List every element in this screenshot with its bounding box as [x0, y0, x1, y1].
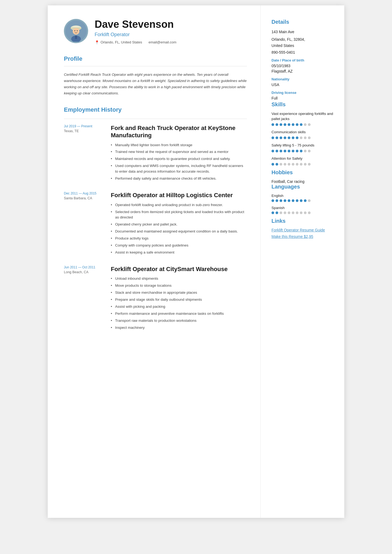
dot-empty: [308, 199, 311, 202]
emp-content-3: Forklift Operator at CitySmart Warehouse…: [111, 265, 247, 332]
nationality-value: USA: [271, 83, 335, 87]
address-line2-text: Orlando, FL, 32804,: [271, 37, 305, 42]
emp-role-1: Fork and Reach Truck Operator at KeySton…: [111, 124, 247, 139]
links-list: Forklift Operator Resume GuideMake this …: [271, 228, 335, 239]
job-title: Forklift Operator: [95, 32, 247, 37]
dot-filled: [276, 211, 278, 214]
language-dots: [271, 199, 335, 202]
dot-filled: [280, 150, 282, 152]
language-dots: [271, 211, 335, 214]
dot-filled: [284, 123, 286, 126]
language-item-1: Spanish: [271, 206, 335, 214]
dot-empty: [288, 163, 290, 166]
bullet-item: Move products to storage locations: [111, 283, 247, 289]
language-item-0: English: [271, 194, 335, 202]
sidebar: Details 143 Main Ave Orlando, FL, 32804,…: [261, 5, 344, 518]
employment-entry-1: Jul 2019 — Present Texas, TE Fork and Re…: [64, 124, 247, 183]
links-section: Links Forklift Operator Resume GuideMake…: [271, 218, 335, 239]
dot-empty: [304, 211, 307, 214]
dob-value: 05/10/1983: [271, 64, 335, 68]
location-text: Orlando, FL, United States: [101, 40, 142, 44]
emp-dates-3: Jun 2011 — Oct 2011: [64, 265, 104, 269]
bullet-item: Trained new hired at the request of supe…: [111, 149, 247, 155]
dot-empty: [284, 211, 286, 214]
hobbies-section: Hobbies Football, Car racing: [271, 169, 335, 184]
emp-role-3: Forklift Operator at CitySmart Warehouse: [111, 265, 247, 273]
dot-filled: [276, 136, 278, 139]
languages-list: EnglishSpanish: [271, 194, 335, 214]
employment-entry-3: Jun 2011 — Oct 2011 Long Beach, CA Forkl…: [64, 265, 247, 332]
bullet-item: Maintained records and reports to guaran…: [111, 156, 247, 162]
link-item-0[interactable]: Forklift Operator Resume Guide: [271, 228, 335, 232]
location-item: 📍 Orlando, FL, United States: [95, 40, 142, 45]
dot-filled: [271, 123, 274, 126]
skill-name: Communication skills: [271, 130, 335, 135]
dot-empty: [308, 211, 311, 214]
phone-number: 890-555-0401: [271, 50, 335, 54]
address-line1: 143 Main Ave: [271, 29, 335, 35]
language-name: English: [271, 194, 335, 198]
dot-empty: [296, 211, 298, 214]
resume-container: Dave Stevenson Forklift Operator 📍 Orlan…: [48, 5, 344, 518]
avatar: [64, 19, 88, 43]
emp-content-2: Forklift Operator at Hilltop Logistics C…: [111, 191, 247, 257]
employment-section: Employment History Jul 2019 — Present Te…: [64, 106, 247, 332]
dot-filled: [296, 199, 298, 202]
hobbies-title: Hobbies: [271, 169, 335, 176]
dot-empty: [300, 211, 302, 214]
dot-filled: [296, 150, 298, 152]
dot-empty: [304, 163, 307, 166]
languages-section: Languages EnglishSpanish: [271, 184, 335, 214]
skill-dots: [271, 163, 335, 166]
profile-title: Profile: [64, 55, 247, 62]
address-line2: Orlando, FL, 32804, United States: [271, 36, 335, 49]
dot-empty: [280, 211, 282, 214]
skill-dots: [271, 136, 335, 139]
dob-label: Date / Place of birth: [271, 58, 335, 62]
main-column: Dave Stevenson Forklift Operator 📍 Orlan…: [48, 5, 261, 518]
dot-filled: [284, 150, 286, 152]
dot-empty: [304, 136, 307, 139]
dot-filled: [271, 150, 274, 152]
details-title: Details: [271, 19, 335, 25]
dot-empty: [308, 123, 311, 126]
bullet-item: Assist in keeping a safe environment: [111, 250, 247, 255]
dot-filled: [276, 150, 278, 152]
dot-filled: [288, 123, 290, 126]
dot-empty: [300, 136, 302, 139]
dot-empty: [292, 163, 294, 166]
dot-filled: [288, 136, 290, 139]
emp-role-2: Forklift Operator at Hilltop Logistics C…: [111, 191, 247, 199]
dot-filled: [276, 123, 278, 126]
dot-filled: [304, 199, 307, 202]
links-title: Links: [271, 218, 335, 224]
skill-name: Safely lifting 5 - 75 pounds: [271, 143, 335, 148]
link-item-1[interactable]: Make this Resume $2,95: [271, 234, 335, 239]
bullet-item: Operated forklift loading and unloading …: [111, 202, 247, 208]
dot-filled: [300, 199, 302, 202]
dot-filled: [296, 136, 298, 139]
emp-meta-2: Dec 2011 — Aug 2015 Santa Barbara, CA: [64, 191, 104, 257]
dot-filled: [292, 136, 294, 139]
skill-name: Attention for Safety: [271, 156, 335, 161]
bullet-item: Stack and store merchandise in appropria…: [111, 290, 247, 296]
svg-point-5: [77, 30, 78, 31]
address-line3-text: United States: [271, 43, 294, 48]
dot-filled: [288, 150, 290, 152]
dot-filled: [271, 163, 274, 166]
bullet-item: Perform maintenance and preventive maint…: [111, 311, 247, 317]
dot-filled: [280, 199, 282, 202]
bullet-item: Prepare and stage skids for daily outbou…: [111, 297, 247, 303]
dot-empty: [308, 136, 311, 139]
dot-empty: [304, 123, 307, 126]
skill-item-0: Vast experience operating forklifts and …: [271, 111, 335, 126]
bullet-item: Comply with company policies and guideli…: [111, 243, 247, 248]
skill-dots: [271, 123, 335, 126]
skill-item-1: Communication skills: [271, 130, 335, 139]
emp-meta-1: Jul 2019 — Present Texas, TE: [64, 124, 104, 183]
nationality-label: Nationality: [271, 77, 335, 81]
dot-filled: [271, 136, 274, 139]
dot-filled: [296, 123, 298, 126]
dot-filled: [280, 123, 282, 126]
svg-point-4: [74, 30, 75, 31]
